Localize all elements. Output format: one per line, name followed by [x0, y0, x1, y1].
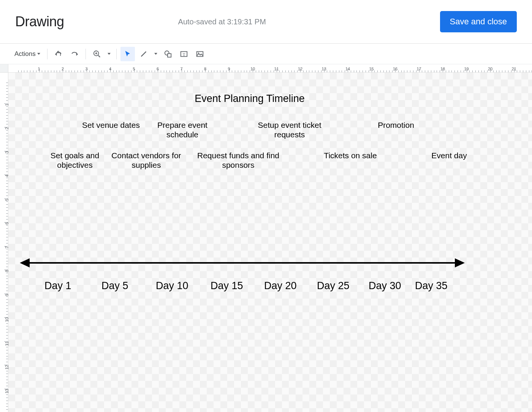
arrow-head-right	[455, 258, 465, 267]
canvas-title-text[interactable]: Event Planning Timeline	[183, 92, 316, 105]
ruler-number: 2	[5, 127, 9, 129]
timeline-label[interactable]: Tickets on sale	[312, 151, 388, 160]
svg-line-6	[141, 51, 146, 56]
image-tool-button[interactable]	[193, 47, 207, 61]
ruler-number: 15	[369, 67, 374, 71]
ruler-number: 10	[250, 67, 255, 71]
svg-point-12	[198, 52, 199, 53]
toolbar-separator	[86, 49, 86, 59]
cursor-icon	[124, 50, 132, 58]
ruler-number: 3	[5, 151, 9, 153]
ruler-number: 8	[5, 270, 9, 272]
autosave-status: Auto-saved at 3:19:31 PM	[178, 17, 266, 26]
ruler-number: 8	[204, 67, 206, 71]
day-label[interactable]: Day 35	[415, 280, 448, 292]
ruler-number: 13	[5, 389, 9, 393]
line-tool-button[interactable]	[136, 47, 151, 61]
textbox-icon: T	[180, 50, 188, 58]
ruler-number: 17	[416, 67, 421, 71]
drawing-canvas[interactable]: Event Planning Timeline Set venue dates …	[8, 73, 532, 412]
toolbar-separator	[47, 49, 48, 59]
line-icon	[139, 50, 148, 58]
ruler-number: 9	[228, 67, 230, 71]
redo-icon	[70, 50, 79, 58]
timeline-label[interactable]: Contact vendors for supplies	[104, 151, 188, 170]
drawing-toolbar: Actions T	[0, 44, 532, 64]
timeline-arrow[interactable]	[29, 262, 455, 264]
timeline-label[interactable]: Set venue dates	[81, 120, 141, 130]
actions-menu-button[interactable]: Actions	[11, 47, 43, 61]
arrow-head-left	[20, 258, 30, 267]
ruler-number: 11	[274, 67, 279, 71]
ruler-number: 5	[5, 199, 9, 201]
zoom-in-icon	[93, 50, 101, 58]
svg-rect-11	[197, 51, 203, 56]
ruler-number: 5	[133, 67, 135, 71]
ruler-number: 16	[393, 67, 397, 71]
textbox-tool-button[interactable]: T	[177, 47, 191, 61]
ruler-number: 10	[5, 317, 9, 322]
save-and-close-button[interactable]: Save and close	[440, 11, 517, 32]
ruler-number: 3	[85, 67, 87, 71]
dialog-header: Drawing Auto-saved at 3:19:31 PM Save an…	[0, 0, 532, 44]
svg-rect-8	[168, 54, 171, 57]
ruler-number: 1	[5, 103, 9, 106]
day-label[interactable]: Day 1	[44, 280, 71, 292]
ruler-number: 12	[5, 365, 9, 369]
ruler-number: 2	[62, 67, 64, 71]
day-label[interactable]: Day 20	[264, 280, 297, 292]
line-tool-dropdown[interactable]	[152, 47, 159, 61]
ruler-number: 1	[38, 67, 40, 71]
svg-text:T: T	[182, 52, 185, 56]
timeline-label[interactable]: Request funds and find sponsors	[195, 151, 282, 170]
timeline-label[interactable]: Set goals and objectives	[37, 151, 113, 170]
ruler-number: 7	[180, 67, 182, 71]
ruler-corner	[0, 64, 8, 73]
ruler-number: 11	[5, 341, 9, 346]
ruler-number: 4	[109, 67, 111, 71]
zoom-dropdown[interactable]	[106, 47, 112, 61]
ruler-number: 19	[464, 67, 469, 71]
ruler-number: 13	[321, 67, 326, 71]
chevron-down-icon	[154, 53, 157, 55]
timeline-label[interactable]: Setup event ticket requests	[252, 120, 328, 139]
timeline-label[interactable]: Promotion	[362, 120, 430, 130]
day-label[interactable]: Day 30	[369, 280, 401, 292]
horizontal-ruler[interactable]: 123456789101112131415161718192021	[8, 64, 532, 73]
ruler-number: 12	[298, 67, 302, 71]
chevron-down-icon	[37, 53, 40, 55]
ruler-number: 6	[157, 67, 159, 71]
ruler-number: 14	[345, 67, 350, 71]
ruler-number: 4	[5, 175, 9, 177]
zoom-button[interactable]	[90, 47, 104, 61]
actions-label: Actions	[14, 50, 36, 58]
vertical-ruler[interactable]: 12345678910111213	[0, 73, 8, 412]
ruler-number: 6	[5, 222, 9, 224]
day-label[interactable]: Day 25	[317, 280, 350, 292]
shape-icon	[164, 50, 172, 58]
ruler-number: 18	[440, 67, 445, 71]
select-tool-button[interactable]	[120, 47, 135, 61]
toolbar-separator	[116, 49, 117, 59]
canvas-viewport[interactable]: Event Planning Timeline Set venue dates …	[8, 73, 532, 412]
chevron-down-icon	[108, 53, 111, 55]
shape-tool-button[interactable]	[161, 47, 175, 61]
dialog-title: Drawing	[15, 14, 64, 30]
timeline-label[interactable]: Prepare event schedule	[148, 120, 217, 139]
ruler-number: 7	[5, 246, 9, 248]
day-label[interactable]: Day 5	[101, 280, 128, 292]
ruler-number: 9	[5, 294, 9, 296]
undo-icon	[54, 50, 63, 58]
redo-button[interactable]	[67, 47, 82, 61]
day-label[interactable]: Day 10	[156, 280, 188, 292]
timeline-label[interactable]: Event day	[411, 151, 487, 160]
ruler-number: 21	[511, 67, 516, 71]
undo-button[interactable]	[51, 47, 66, 61]
ruler-number: 20	[488, 67, 492, 71]
image-icon	[196, 50, 204, 58]
day-label[interactable]: Day 15	[211, 280, 243, 292]
svg-line-3	[98, 55, 100, 57]
